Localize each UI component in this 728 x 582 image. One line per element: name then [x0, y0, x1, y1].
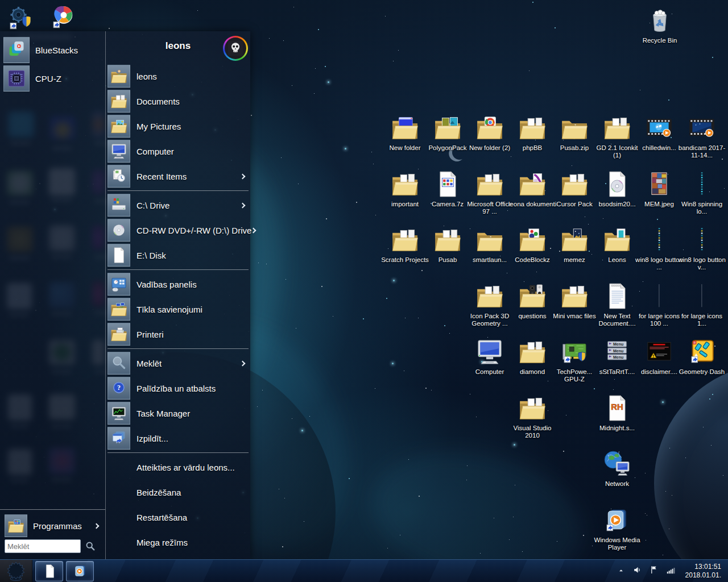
search-row — [0, 539, 105, 553]
folder-images-icon — [432, 112, 464, 144]
search-input[interactable] — [5, 539, 81, 553]
start-menu-item-recent-items[interactable]: Recent Items — [106, 164, 250, 189]
clock-time: 13:01:51 — [685, 563, 721, 571]
desktop-icon-label: Recycle Bin — [634, 37, 685, 44]
folder-files-icon — [389, 168, 421, 200]
start-shell-icon — [0, 560, 32, 582]
svg-text:RH: RH — [611, 402, 623, 411]
desktop-shortcut-picasa[interactable] — [48, 1, 80, 33]
desktop-icon-label: Midnight.s... — [592, 425, 643, 432]
folder-files-icon — [559, 280, 590, 312]
start-menu-item-label: leons — [136, 72, 246, 81]
pinned-item-cpu-z[interactable]: CPU-Z — [0, 64, 105, 93]
drive-icon — [107, 194, 130, 217]
start-menu-header: leons — [106, 31, 250, 64]
start-menu-item-mekl-t[interactable]: Meklēt — [106, 351, 250, 376]
start-menu-item-label: E:\ Disk — [136, 251, 246, 260]
taskbar: 13:01:51 2018.01.01. — [0, 559, 728, 582]
chevron-up-icon — [618, 566, 624, 576]
video-win-icon — [643, 112, 675, 144]
tray-volume[interactable] — [631, 565, 644, 577]
taskbar-button-windows-media-player[interactable] — [66, 561, 94, 581]
user-avatar[interactable] — [223, 36, 248, 61]
menu-separator — [107, 348, 249, 349]
video-dark-icon — [686, 112, 718, 144]
tray-hidden-icons[interactable] — [615, 565, 627, 577]
svg-text:R: R — [693, 341, 696, 344]
submenu-arrow-icon — [240, 202, 246, 208]
clock-date: 2018.01.01. — [685, 571, 721, 580]
search-icon[interactable] — [85, 541, 96, 551]
start-menu-item-izpild-t[interactable]: Izpildīt... — [106, 426, 250, 451]
svg-text:?: ? — [117, 384, 121, 392]
folder-photo-icon — [559, 224, 590, 256]
start-menu-item-label: Izpildīt... — [136, 434, 246, 443]
folder-chrome-icon — [474, 112, 506, 144]
desktop-icon-geometry-dash[interactable]: R Geometry Dash — [676, 336, 727, 376]
menu-separator — [107, 190, 249, 191]
tray-action-center[interactable] — [648, 565, 660, 577]
folder-files-icon — [474, 280, 506, 312]
file-rh-icon: RH — [601, 392, 633, 424]
folder-files-icon — [389, 224, 421, 256]
start-menu-item-c-drive[interactable]: C:\ Drive — [106, 193, 250, 218]
wmp-small-icon — [72, 563, 89, 580]
start-menu-left-column: BlueStacks CPU-Z Programmas — [0, 31, 105, 559]
programs-folder-icon — [5, 514, 27, 537]
start-menu-item-e-disk[interactable]: E:\ Disk — [106, 243, 250, 268]
desktop-icon-visual-studio-2010[interactable]: Visual Studio 2010 — [507, 392, 558, 439]
desktop-icon-network[interactable]: Network — [592, 448, 643, 488]
user-folder-icon — [107, 65, 130, 88]
folder-files-icon — [432, 224, 464, 256]
taskbar-clock[interactable]: 13:01:51 2018.01.01. — [683, 563, 723, 580]
taskmgr-icon — [107, 402, 130, 425]
start-menu-item-cd-rw-dvd-rw-d-drive[interactable]: CD-RW DVD+/-RW (D:\) Drive — [106, 218, 250, 243]
power-item-beidz-ana[interactable]: Beidzēšana — [106, 480, 250, 505]
tray-network[interactable] — [664, 565, 677, 577]
taskbar-button-document[interactable] — [35, 561, 63, 581]
pinned-item-bluestacks[interactable]: BlueStacks — [0, 36, 105, 64]
start-menu-item-label: C:\ Drive — [136, 201, 241, 210]
desktop-icon-midnight-s[interactable]: RH Midnight.s... — [592, 392, 643, 432]
folder-cyan-icon — [601, 224, 633, 256]
start-menu-item-printeri[interactable]: Printeri — [106, 322, 250, 347]
dots-cyan-icon — [686, 168, 718, 200]
folder-files-icon — [474, 168, 506, 200]
desktop-icon-for-large-icons-1[interactable]: for large icons 1... — [676, 280, 727, 327]
desktop-icon-win8-logo-button-v[interactable]: win8 logo button v... — [676, 224, 727, 271]
svg-text:Menu: Menu — [613, 349, 623, 353]
svg-text:Menu: Menu — [613, 355, 623, 359]
start-menu-item-vad-bas-panelis[interactable]: Vadības panelis — [106, 272, 250, 297]
control-panel-icon — [107, 273, 130, 296]
desktop-icon-label: Win8 spinning lo... — [676, 201, 727, 215]
folder-files-icon — [601, 112, 633, 144]
submenu-arrow-icon — [94, 523, 100, 529]
start-menu-item-pal-dz-ba-un-atbalsts[interactable]: ? Palīdzība un atbalsts — [106, 376, 250, 401]
flag-icon — [649, 565, 659, 577]
desktop-icon-win8-spinning-lo[interactable]: Win8 spinning lo... — [676, 168, 727, 215]
power-item-atteikties-ar-v-rdu-leons[interactable]: Atteikties ar vārdu leons... — [106, 455, 250, 480]
start-menu-item-my-pictures[interactable]: My Pictures — [106, 114, 250, 139]
desktop-icon-recycle-bin[interactable]: Recycle Bin — [634, 5, 685, 44]
folder-balls-icon — [516, 224, 548, 256]
start-menu-item-documents[interactable]: Documents — [106, 89, 250, 114]
start-menu-item-t-kla-savienojumi[interactable]: Tīkla savienojumi — [106, 297, 250, 322]
power-item-restart-ana[interactable]: Restartēšana — [106, 505, 250, 530]
programs-menu-item[interactable]: Programmas — [0, 512, 105, 539]
desktop-icon-bandicam-2017-11-14[interactable]: bandicam 2017-11-14... — [676, 112, 727, 159]
start-menu-item-leons-1[interactable]: leons — [106, 64, 250, 89]
start-menu-item-computer-1[interactable]: Computer — [106, 139, 250, 164]
docs-folder-icon — [107, 90, 130, 113]
gd-icon: R — [686, 336, 718, 368]
desktop-icon-windows-media-player[interactable]: Windows Media Player — [592, 504, 643, 551]
folder-window-icon — [389, 112, 421, 144]
desktop-shortcut-gear-shield[interactable] — [5, 2, 36, 34]
power-item-miega-re-ms[interactable]: Miega režīms — [106, 530, 250, 555]
cpuz-icon — [3, 65, 30, 92]
line-faint-icon — [686, 280, 718, 312]
start-button[interactable] — [0, 560, 32, 582]
page-icon — [41, 563, 58, 580]
start-menu-item-task-manager[interactable]: Task Manager — [106, 401, 250, 426]
computer-icon — [474, 336, 506, 368]
folder-files-icon — [516, 336, 548, 368]
